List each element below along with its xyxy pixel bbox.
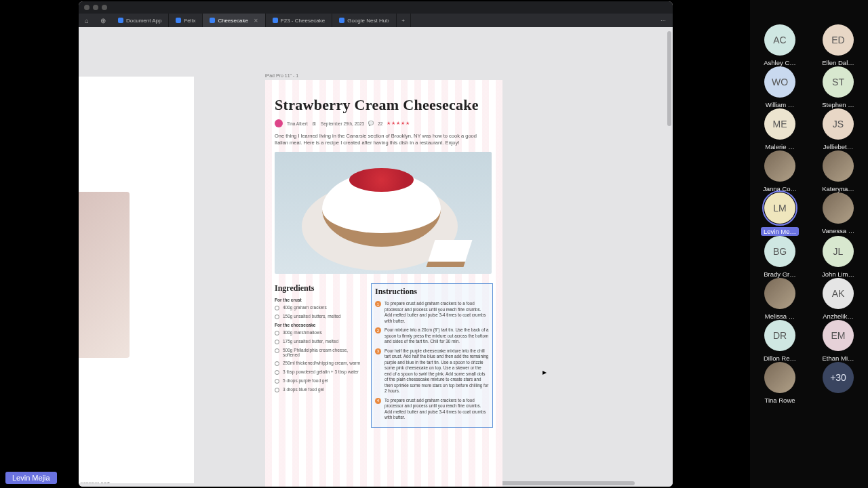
ingredient-text: 3 drops blue food gel <box>283 387 324 392</box>
checkbox-icon[interactable] <box>275 348 279 353</box>
participant-tile[interactable]: Tina Rowe <box>756 362 804 404</box>
participant-tile[interactable]: Vanessa … <box>814 192 862 236</box>
play-icon[interactable] <box>372 201 395 224</box>
participant-avatar-initials: ED <box>823 24 854 56</box>
participant-tile[interactable]: BGBrady Gr… <box>756 236 804 278</box>
new-tab-button[interactable]: + <box>397 14 411 27</box>
participant-avatar-photo <box>764 150 795 182</box>
participant-avatar-photo <box>764 278 795 309</box>
step-text: To prepare crust add graham crackers to … <box>384 301 489 324</box>
nest-hub-frame-peek[interactable]: ocessor andutter and pulse k of a spoon … <box>79 77 194 483</box>
home-icon[interactable]: ⌂ <box>79 14 95 27</box>
calendar-icon: 🗓 <box>312 121 317 126</box>
ingredient-item: 300g marshmallows <box>275 330 361 336</box>
frame-label[interactable]: iPad Pro 11" - 1 <box>265 73 298 78</box>
ipad-frame[interactable]: Strawberry Cream Cheesecake Tina Albert … <box>265 80 502 487</box>
participant-tile[interactable]: EMEthan Mi… <box>814 320 862 362</box>
participant-name: Stephen … <box>822 101 854 108</box>
participant-avatar-initials: BG <box>764 236 795 267</box>
step-number-badge: 3 <box>375 348 381 354</box>
ingredient-text: 3 tbsp powdered gelatin + 3 tbsp water <box>283 369 359 374</box>
checkbox-icon[interactable] <box>275 340 279 344</box>
participant-tile[interactable]: Janna Co… <box>756 150 804 192</box>
participant-name: John Lim… <box>822 270 854 278</box>
publish-date: September 29th, 2023 <box>321 121 364 126</box>
cheesecake-subheading: For the cheesecake <box>275 323 361 327</box>
close-tab-icon[interactable]: ✕ <box>254 18 258 24</box>
hero-video[interactable] <box>275 152 492 274</box>
tab-document-app[interactable]: Document App <box>111 14 169 27</box>
participant-avatar-initials: AC <box>764 24 795 56</box>
globe-icon[interactable]: ⊕ <box>95 14 111 27</box>
instruction-step: 3Pour half the purple cheesecake mixture… <box>375 348 489 394</box>
ingredient-item: 400g graham crackers <box>275 305 361 310</box>
presenter-name-chip[interactable]: Levin Mejia <box>5 472 57 484</box>
participants-overflow[interactable]: +30 <box>814 362 862 404</box>
design-canvas[interactable]: ▸ ocessor andutter and pulse k of a spoo… <box>79 27 673 487</box>
participant-tile[interactable]: ACAshley C… <box>756 24 804 66</box>
author-name: Tina Albert <box>287 121 308 126</box>
cake-slice-shape <box>427 240 473 267</box>
participant-tile[interactable]: DRDillon Re… <box>756 320 804 362</box>
tab-cheesecake[interactable]: Cheesecake✕ <box>203 14 265 27</box>
participant-avatar-initials: EM <box>823 320 854 351</box>
ingredient-item: 3 tbsp powdered gelatin + 3 tbsp water <box>275 369 361 375</box>
minimize-traffic-light[interactable] <box>93 5 98 10</box>
zoom-traffic-light[interactable] <box>102 5 107 10</box>
checkbox-icon[interactable] <box>275 314 279 319</box>
participant-avatar-initials: ME <box>764 108 795 140</box>
participant-tile[interactable]: EDEllen Dal… <box>814 24 862 66</box>
overflow-badge: +30 <box>823 362 854 393</box>
participant-avatar-initials: DR <box>764 320 795 351</box>
checkbox-icon[interactable] <box>275 388 279 392</box>
ingredient-item: 5 drops purple food gel <box>275 378 361 384</box>
participant-tile[interactable]: AKAnzhelik… <box>814 278 862 320</box>
ingredient-item: 150g unsalted butters, melted <box>275 314 361 319</box>
tab-felix[interactable]: Felix <box>169 14 203 27</box>
overflow-spacer <box>837 396 840 404</box>
crust-subheading: For the crust <box>275 298 361 302</box>
participant-tile[interactable]: Kateryna… <box>814 150 862 192</box>
tab-label: Google Nest Hub <box>347 18 389 24</box>
window-titlebar <box>79 1 673 14</box>
tab-f23-cheesecake[interactable]: F23 - Cheesecake <box>266 14 332 27</box>
participant-avatar-initials: AK <box>823 278 854 309</box>
participant-name: Tina Rowe <box>764 396 795 404</box>
participant-name: Melissa … <box>765 312 795 320</box>
ingredient-text: 5 drops purple food gel <box>283 378 328 383</box>
checkbox-icon[interactable] <box>275 331 279 336</box>
tab-label: Document App <box>126 18 161 24</box>
instructions-column-selected[interactable]: Instructions 1To prepare crust add graha… <box>371 283 493 428</box>
participant-name: Ashley C… <box>764 59 796 66</box>
participant-tile[interactable]: MEMalerie … <box>756 108 804 150</box>
ingredient-text: 175g unsalted butter, melted <box>283 339 338 344</box>
step-number-badge: 1 <box>375 301 381 307</box>
participant-name: Ellen Dal… <box>822 59 854 66</box>
scrollbar-vertical[interactable] <box>667 31 671 126</box>
ingredients-heading: Ingredients <box>275 283 361 293</box>
step-number-badge: 4 <box>375 398 381 404</box>
checkbox-icon[interactable] <box>275 361 279 366</box>
instruction-step: 4To prepare crust add graham crackers to… <box>375 398 489 421</box>
participant-name: Janna Co… <box>763 185 797 192</box>
participant-avatar-initials: JL <box>823 236 854 267</box>
byline-row: Tina Albert 🗓 September 29th, 2023 💬 22 … <box>275 119 493 127</box>
tab-strip: ⌂ ⊕ Document App Felix Cheesecake✕ F23 -… <box>79 14 673 27</box>
step-text: Pour half the purple cheesecake mixture … <box>384 348 489 394</box>
checkbox-icon[interactable] <box>275 379 279 384</box>
tab-favicon <box>339 18 344 23</box>
participant-tile[interactable]: STStephen … <box>814 66 862 108</box>
participant-tile[interactable]: WOWilliam … <box>756 66 804 108</box>
participant-tile[interactable]: LMLevin Me… <box>756 192 804 236</box>
checkbox-icon[interactable] <box>275 370 279 375</box>
participant-tile[interactable]: Melissa … <box>756 278 804 320</box>
participant-tile[interactable]: JLJohn Lim… <box>814 236 862 278</box>
tab-google-nest-hub[interactable]: Google Nest Hub <box>332 14 396 27</box>
tab-label: Felix <box>184 18 195 24</box>
rating-stars: ★★★★★ <box>387 121 410 126</box>
checkbox-icon[interactable] <box>275 306 279 310</box>
close-traffic-light[interactable] <box>84 5 90 10</box>
tab-favicon <box>176 18 181 23</box>
participant-tile[interactable]: JSJelliebet… <box>814 108 862 150</box>
tab-overflow-icon[interactable]: ⋯ <box>654 14 673 27</box>
